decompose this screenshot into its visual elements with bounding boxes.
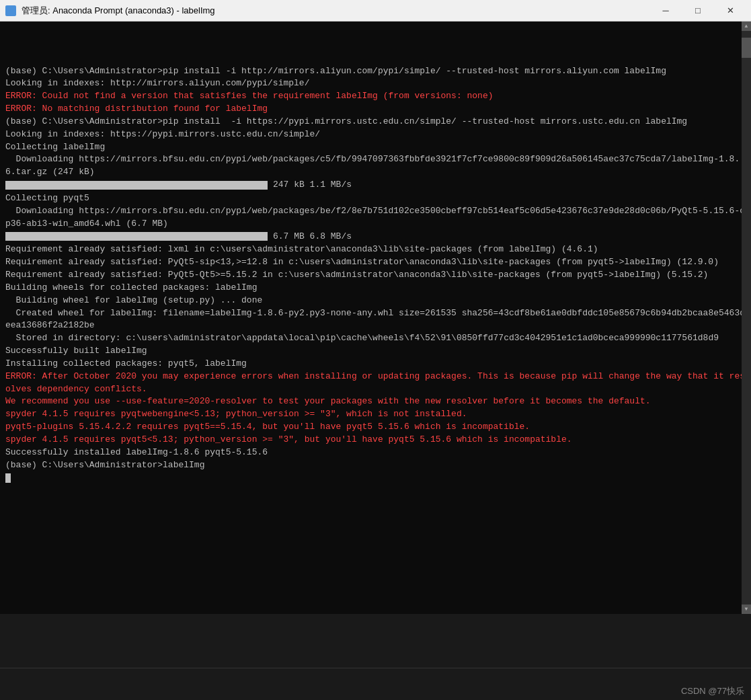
terminal-line: Created wheel for labelImg: filename=lab… [5, 307, 746, 333]
terminal-line: Successfully built labelImg [5, 345, 746, 358]
terminal-wrapper: (base) C:\Users\Administrator>pip instal… [0, 22, 751, 668]
terminal-line: Requirement already satisfied: PyQt5-sip… [5, 256, 746, 269]
title-bar: 管理员: Anaconda Prompt (anaconda3) - label… [0, 0, 751, 22]
minimize-button[interactable]: ─ [650, 0, 681, 22]
cursor-line [5, 472, 746, 485]
terminal-line: Stored in directory: c:\users\administra… [5, 332, 746, 345]
window-controls: ─ □ ✕ [650, 0, 746, 22]
progress-line: 247 kB 1.1 MB/s [5, 179, 746, 192]
scrollbar[interactable]: ▲ ▼ [742, 22, 751, 614]
window-title: 管理员: Anaconda Prompt (anaconda3) - label… [22, 5, 650, 17]
terminal-line: Collecting labelImg [5, 141, 746, 154]
progress-text: 6.7 MB 6.8 MB/s [273, 231, 352, 243]
status-bar: CSDN @77快乐 [0, 668, 751, 700]
terminal-cursor [5, 473, 11, 483]
terminal[interactable]: (base) C:\Users\Administrator>pip instal… [0, 22, 751, 614]
maximize-button[interactable]: □ [682, 0, 713, 22]
terminal-line: spyder 4.1.5 requires pyqtwebengine<5.13… [5, 408, 746, 421]
progress-bar [5, 181, 268, 190]
terminal-line: Building wheel for labelImg (setup.py) .… [5, 295, 746, 307]
scroll-down-button[interactable]: ▼ [742, 605, 751, 614]
app-icon [5, 5, 16, 16]
terminal-line: spyder 4.1.5 requires pyqt5<5.13; python… [5, 434, 746, 446]
terminal-line: Building wheels for collected packages: … [5, 282, 746, 295]
progress-bar [5, 232, 268, 241]
terminal-line: (base) C:\Users\Administrator>pip instal… [5, 65, 746, 78]
terminal-line: pyqt5-plugins 5.15.4.2.2 requires pyqt5=… [5, 421, 746, 434]
terminal-line: ERROR: No matching distribution found fo… [5, 103, 746, 116]
terminal-line: Requirement already satisfied: lxml in c… [5, 243, 746, 256]
close-button[interactable]: ✕ [715, 0, 746, 22]
terminal-line: ERROR: Could not find a version that sat… [5, 90, 746, 103]
watermark-text: CSDN @77快乐 [681, 685, 744, 697]
progress-line: 6.7 MB 6.8 MB/s [5, 231, 746, 243]
terminal-line: We recommend you use --use-feature=2020-… [5, 395, 746, 408]
terminal-line: (base) C:\Users\Administrator>labelImg [5, 459, 746, 472]
terminal-line: Downloading https://mirrors.bfsu.edu.cn/… [5, 153, 746, 179]
terminal-line: Requirement already satisfied: PyQt5-Qt5… [5, 269, 746, 282]
scroll-thumb[interactable] [742, 38, 751, 58]
terminal-line: (base) C:\Users\Administrator>pip instal… [5, 116, 746, 128]
scroll-track[interactable] [742, 31, 751, 605]
terminal-line: Looking in indexes: http://mirrors.aliyu… [5, 77, 746, 90]
terminal-line: Installing collected packages: pyqt5, la… [5, 358, 746, 371]
terminal-line: Looking in indexes: https://pypi.mirrors… [5, 128, 746, 141]
terminal-line: ERROR: After October 2020 you may experi… [5, 371, 746, 396]
terminal-content: (base) C:\Users\Administrator>pip instal… [1, 24, 750, 487]
terminal-line: Collecting pyqt5 [5, 192, 746, 205]
terminal-line: Successfully installed labelImg-1.8.6 py… [5, 446, 746, 459]
scroll-up-button[interactable]: ▲ [742, 22, 751, 31]
progress-text: 247 kB 1.1 MB/s [273, 179, 352, 192]
terminal-line: Downloading https://mirrors.bfsu.edu.cn/… [5, 205, 746, 231]
